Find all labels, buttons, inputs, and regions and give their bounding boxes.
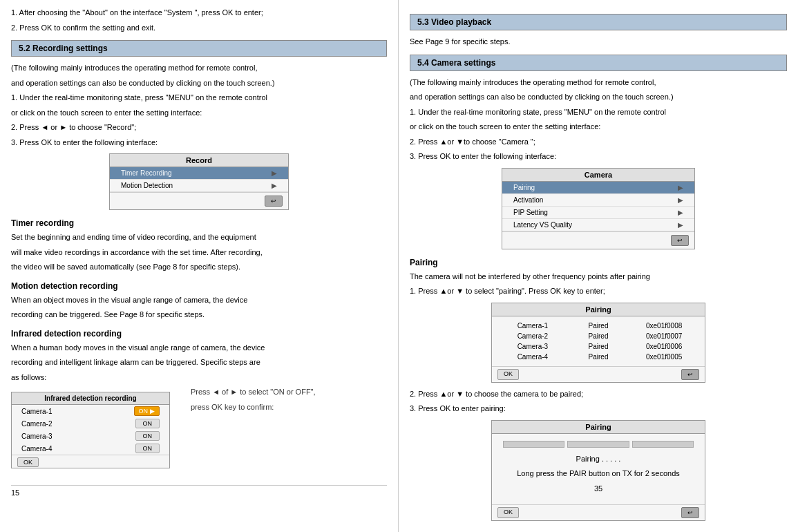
camera-row-latency[interactable]: Latency VS Quality ▶ <box>502 219 694 231</box>
section52-step1: 1. Under the real-time monitoring state,… <box>11 92 387 104</box>
latency-arrow: ▶ <box>678 221 683 229</box>
section-52-header: 5.2 Recording settings <box>11 40 387 57</box>
camera-row-pip[interactable]: PIP Setting ▶ <box>502 207 694 219</box>
record-row-motion[interactable]: Motion Detection ▶ <box>110 180 288 192</box>
infra-row-2[interactable]: Camera-2 ON <box>12 417 169 430</box>
press-note2: press OK key to confirm: <box>191 401 316 413</box>
pair-anim-footer: OK ↩ <box>492 504 705 520</box>
record-row-timer-label: Timer Recording <box>121 169 172 177</box>
pairing-arrow: ▶ <box>678 184 683 191</box>
anim-bar-1 <box>503 441 564 448</box>
camera-row-activation[interactable]: Activation ▶ <box>502 194 694 207</box>
section54-intro1: (The following mainly introduces the ope… <box>410 77 787 88</box>
record-box-footer: ↩ <box>110 192 288 209</box>
pairing-anim-inner: Pairing . . . . . Long press the PAIR bu… <box>492 434 705 505</box>
pip-arrow: ▶ <box>678 209 683 216</box>
infra-ok-btn[interactable]: OK <box>17 457 39 467</box>
pair-camera3: Camera-3 <box>500 343 565 350</box>
infra-camera3-on[interactable]: ON <box>135 431 160 441</box>
record-row-timer[interactable]: Timer Recording ▶ <box>110 167 288 180</box>
infra-camera1-on[interactable]: ON ▶ <box>134 406 160 416</box>
infra-camera3-label: Camera-3 <box>21 433 52 440</box>
left-page: 1. After choosing the "About" on the int… <box>0 0 399 532</box>
camera-box-title: Camera <box>502 169 694 182</box>
infra-camera4-on[interactable]: ON <box>135 444 160 453</box>
camera-activation-label: Activation <box>513 196 543 204</box>
pair-back-btn[interactable]: ↩ <box>681 369 699 380</box>
infrared-text3: as follows: <box>11 372 387 383</box>
record-box-title: Record <box>110 154 288 167</box>
camera-back-btn[interactable]: ↩ <box>671 235 689 246</box>
timer-heading: Timer recording <box>11 217 387 229</box>
pair-status1: Paired <box>566 322 631 330</box>
pairing-heading: Pairing <box>410 256 787 269</box>
pairing-anim-sub2: 35 <box>503 483 694 495</box>
pairing-anim-sub: Long press the PAIR button on TX for 2 s… <box>503 468 694 479</box>
press-note1: Press ◄ of ► to select "ON or OFF", <box>191 386 316 398</box>
section54-step2: 2. Press ▲or ▼to choose "Camera "; <box>410 136 787 148</box>
pair-code2: 0xe01f0007 <box>631 332 696 340</box>
pair-camera2: Camera-2 <box>500 332 565 340</box>
infrared-box-title: Infrared detection recording <box>12 392 169 405</box>
timer-text2: will make video recordings in accordance… <box>11 247 387 258</box>
motion-text2: recording can be triggered. See Page 8 f… <box>11 309 387 321</box>
infrared-text1: When a human body moves in the visual an… <box>11 342 387 354</box>
camera-footer: ↩ <box>502 231 694 249</box>
camera-pip-label: PIP Setting <box>513 209 548 216</box>
record-box: Record Timer Recording ▶ Motion Detectio… <box>109 153 289 210</box>
pair-code3: 0xe01f0006 <box>631 343 696 350</box>
timer-text3: the video will be saved automatically (s… <box>11 261 387 273</box>
pairing-anim-box: Pairing Pairing . . . . . Long press the… <box>491 420 705 522</box>
infra-row-3[interactable]: Camera-3 ON <box>12 430 169 442</box>
pairing-anim-title: Pairing <box>492 421 705 434</box>
pair-anim-back-btn[interactable]: ↩ <box>681 507 699 518</box>
pair-camera1: Camera-1 <box>500 322 565 330</box>
timer-text1: Set the beginning and ending time of vid… <box>11 231 387 243</box>
press-note: Press ◄ of ► to select "ON or OFF", pres… <box>191 386 316 416</box>
pair-row-1[interactable]: Camera-1 Paired 0xe01f0008 <box>500 321 696 331</box>
section54-step1: 1. Under the real-time monitoring state,… <box>410 106 787 118</box>
pairing-table-box: Pairing Camera-1 Paired 0xe01f0008 Camer… <box>491 303 705 383</box>
pair-code4: 0xe01f0005 <box>631 353 696 361</box>
infra-footer: OK <box>12 455 169 468</box>
pair-ok-btn[interactable]: OK <box>497 369 519 380</box>
infrared-heading: Infrared detection recording <box>11 327 387 340</box>
section-53-header: 5.3 Video playback <box>410 14 787 30</box>
camera-latency-label: Latency VS Quality <box>513 221 572 229</box>
pair-camera4: Camera-4 <box>500 353 565 361</box>
pair-table-footer: OK ↩ <box>492 366 705 382</box>
motion-arrow: ▶ <box>272 182 277 189</box>
motion-text1: When an object moves in the visual angle… <box>11 294 387 306</box>
camera-row-pairing[interactable]: Pairing ▶ <box>502 182 694 194</box>
infra-row-4[interactable]: Camera-4 ON <box>12 442 169 455</box>
pair-row-4[interactable]: Camera-4 Paired 0xe01f0005 <box>500 352 696 362</box>
pairing-step1: 1. Press ▲or ▼ to select "pairing". Pres… <box>410 285 787 297</box>
section52-intro2: and operation settings can also be condu… <box>11 77 387 89</box>
pairing-anim-text: Pairing . . . . . <box>503 453 694 465</box>
section54-step1b: or click on the touch screen to enter th… <box>410 121 787 133</box>
pairing-step3: 3. Press OK to enter pairing: <box>410 403 787 415</box>
record-row-motion-label: Motion Detection <box>121 182 173 189</box>
left-page-footer: 15 <box>11 485 387 497</box>
infrared-text2: recording and intelligent linkage alarm … <box>11 357 387 368</box>
activation-arrow: ▶ <box>678 196 683 204</box>
pair-status4: Paired <box>566 353 631 361</box>
section-54-header: 5.4 Camera settings <box>410 55 787 71</box>
anim-bar-3 <box>632 441 694 448</box>
infra-row-1[interactable]: Camera-1 ON ▶ <box>12 405 169 417</box>
pair-anim-ok-btn[interactable]: OK <box>497 507 519 518</box>
infra-camera2-on[interactable]: ON <box>135 419 160 428</box>
pair-row-3[interactable]: Camera-3 Paired 0xe01f0006 <box>500 341 696 352</box>
section54-step3: 3. Press OK to enter the following inter… <box>410 151 787 162</box>
left-page-number: 15 <box>11 488 19 497</box>
infra-camera1-label: Camera-1 <box>21 408 52 415</box>
pair-code1: 0xe01f0008 <box>631 322 696 330</box>
infra-camera2-label: Camera-2 <box>21 420 52 428</box>
pairing-step2: 2. Press ▲or ▼ to choose the camera to b… <box>410 388 787 400</box>
on-arrow: ▶ <box>150 408 155 415</box>
pair-status3: Paired <box>566 343 631 350</box>
anim-bar-2 <box>567 441 629 448</box>
pair-row-2[interactable]: Camera-2 Paired 0xe01f0007 <box>500 331 696 341</box>
record-back-btn[interactable]: ↩ <box>265 196 283 207</box>
pair-status2: Paired <box>566 332 631 340</box>
